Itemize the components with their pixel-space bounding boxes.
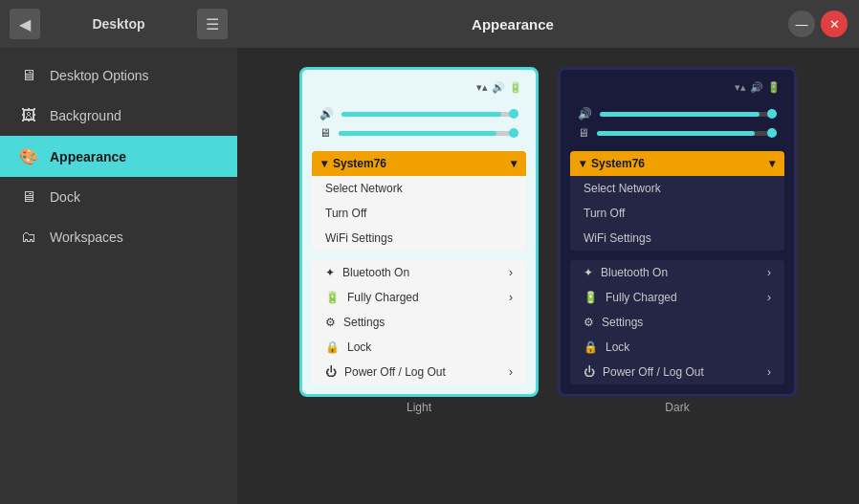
- light-network-header[interactable]: ▾ System76 ▾: [312, 151, 526, 176]
- arrow-icon: ›: [767, 291, 771, 304]
- dark-wifi-dropdown[interactable]: ▾ System76 ▾ Select Network Turn Off: [570, 151, 784, 251]
- light-network-items: Select Network Turn Off WiFi Settings: [312, 176, 526, 251]
- light-select-network[interactable]: Select Network: [312, 176, 526, 201]
- content-area: ▾▴ 🔊 🔋 🔊 🖥: [237, 48, 859, 504]
- light-network-name: System76: [333, 157, 386, 170]
- gear-icon: ⚙: [325, 316, 336, 329]
- arrow-icon: ›: [509, 266, 513, 279]
- volume-status-icon: 🔊: [492, 81, 505, 94]
- dark-lock[interactable]: 🔒 Lock: [570, 335, 784, 360]
- light-sliders: 🔊 🖥: [312, 103, 526, 143]
- dark-select-network[interactable]: Select Network: [570, 176, 784, 201]
- display-slider-row: 🖥: [319, 126, 518, 140]
- dark-turn-off[interactable]: Turn Off: [570, 201, 784, 226]
- arrow-icon: ›: [509, 365, 513, 379]
- wifi-status-icon: ▾▴: [735, 81, 746, 94]
- window-title: Appearance: [237, 16, 788, 33]
- sidebar-item-appearance[interactable]: 🎨 Appearance: [0, 136, 237, 177]
- battery-icon: 🔋: [584, 291, 598, 304]
- light-menu-items: ✦ Bluetooth On › 🔋 Fully Charged ›: [312, 260, 526, 384]
- sidebar-item-background[interactable]: 🖼 Background: [0, 96, 237, 136]
- sidebar-item-desktop-options[interactable]: 🖥 Desktop Options: [0, 55, 237, 96]
- sidebar-item-label: Background: [50, 108, 121, 123]
- battery-status-icon: 🔋: [509, 81, 522, 94]
- sidebar-item-label: Appearance: [50, 149, 126, 164]
- dark-network-name: System76: [591, 157, 645, 170]
- display-icon: 🖥: [319, 126, 331, 140]
- titlebar-right: — ✕: [788, 11, 859, 37]
- volume-icon: 🔊: [578, 107, 592, 121]
- sidebar-item-label: Desktop Options: [50, 68, 149, 83]
- close-button[interactable]: ✕: [821, 11, 848, 37]
- display-icon: 🖥: [578, 126, 589, 140]
- dark-sliders: 🔊 🖥: [570, 103, 784, 143]
- dark-theme-label: Dark: [665, 401, 689, 414]
- arrow-icon: ›: [767, 266, 771, 279]
- wifi-header-icon: ▾: [580, 157, 585, 170]
- dark-wifi-settings[interactable]: WiFi Settings: [570, 226, 784, 251]
- light-bluetooth[interactable]: ✦ Bluetooth On ›: [312, 260, 526, 285]
- arrow-icon: ›: [509, 291, 513, 304]
- sidebar-item-label: Workspaces: [50, 230, 123, 245]
- image-icon: 🖼: [19, 107, 38, 124]
- wifi-header-icon: ▾: [321, 157, 327, 170]
- titlebar: ◀ Desktop ☰ Appearance — ✕: [0, 0, 859, 48]
- dark-menu-items: ✦ Bluetooth On › 🔋 Fully Charged ›: [570, 260, 784, 384]
- dark-network-items: Select Network Turn Off WiFi Settings: [570, 176, 784, 251]
- wifi-status-icon: ▾▴: [476, 81, 488, 94]
- battery-status-icon: 🔋: [767, 81, 781, 94]
- dark-battery[interactable]: 🔋 Fully Charged ›: [570, 285, 784, 310]
- light-statusbar: ▾▴ 🔊 🔋: [312, 79, 526, 96]
- dark-bluetooth[interactable]: ✦ Bluetooth On ›: [570, 260, 784, 285]
- volume-track[interactable]: [341, 112, 518, 117]
- dock-icon: 🖥: [19, 188, 38, 206]
- sidebar-item-label: Dock: [50, 189, 80, 205]
- light-wifi-dropdown[interactable]: ▾ System76 ▾ Select Network Turn Off: [312, 151, 526, 251]
- menu-button[interactable]: ☰: [197, 9, 228, 39]
- dark-theme-preview[interactable]: ▾▴ 🔊 🔋 🔊 🖥: [558, 67, 797, 397]
- dropdown-chevron: ▾: [769, 157, 775, 170]
- bluetooth-icon: ✦: [584, 266, 593, 279]
- workspaces-icon: 🗂: [19, 229, 38, 246]
- volume-track[interactable]: [600, 112, 777, 117]
- sidebar-item-dock[interactable]: 🖥 Dock: [0, 177, 237, 217]
- dark-network-header[interactable]: ▾ System76 ▾: [570, 151, 784, 176]
- dropdown-chevron: ▾: [511, 157, 517, 170]
- titlebar-left: ◀ Desktop ☰: [0, 9, 237, 39]
- light-preview-wrapper: ▾▴ 🔊 🔋 🔊 🖥: [299, 67, 539, 414]
- light-theme-label: Light: [407, 401, 431, 414]
- dark-power[interactable]: ⏻ Power Off / Log Out ›: [570, 360, 784, 384]
- back-button[interactable]: ◀: [10, 9, 40, 39]
- battery-icon: 🔋: [325, 291, 340, 304]
- lock-icon: 🔒: [325, 340, 340, 354]
- light-theme-preview[interactable]: ▾▴ 🔊 🔋 🔊 🖥: [299, 67, 539, 397]
- appearance-icon: 🎨: [19, 147, 38, 165]
- volume-slider-row: 🔊: [319, 107, 518, 121]
- minimize-button[interactable]: —: [788, 11, 815, 37]
- light-wifi-settings[interactable]: WiFi Settings: [312, 226, 526, 251]
- power-icon: ⏻: [584, 365, 595, 379]
- desktop-label: Desktop: [48, 16, 189, 32]
- volume-slider-row: 🔊: [578, 107, 777, 121]
- volume-status-icon: 🔊: [750, 81, 763, 94]
- light-settings[interactable]: ⚙ Settings: [312, 310, 526, 335]
- sidebar-item-workspaces[interactable]: 🗂 Workspaces: [0, 217, 237, 257]
- dark-settings[interactable]: ⚙ Settings: [570, 310, 784, 335]
- main-layout: 🖥 Desktop Options 🖼 Background 🎨 Appeara…: [0, 48, 859, 504]
- gear-icon: ⚙: [584, 316, 594, 329]
- light-turn-off[interactable]: Turn Off: [312, 201, 526, 226]
- display-track[interactable]: [339, 131, 518, 136]
- light-lock[interactable]: 🔒 Lock: [312, 335, 526, 360]
- volume-icon: 🔊: [319, 107, 334, 121]
- dark-statusbar: ▾▴ 🔊 🔋: [570, 79, 784, 96]
- light-battery[interactable]: 🔋 Fully Charged ›: [312, 285, 526, 310]
- bluetooth-icon: ✦: [325, 266, 335, 279]
- monitor-icon: 🖥: [19, 67, 38, 84]
- power-icon: ⏻: [325, 365, 337, 379]
- arrow-icon: ›: [767, 365, 771, 379]
- display-track[interactable]: [597, 131, 777, 136]
- lock-icon: 🔒: [584, 340, 598, 354]
- display-slider-row: 🖥: [578, 126, 777, 140]
- light-power[interactable]: ⏻ Power Off / Log Out ›: [312, 360, 526, 384]
- sidebar: 🖥 Desktop Options 🖼 Background 🎨 Appeara…: [0, 48, 237, 504]
